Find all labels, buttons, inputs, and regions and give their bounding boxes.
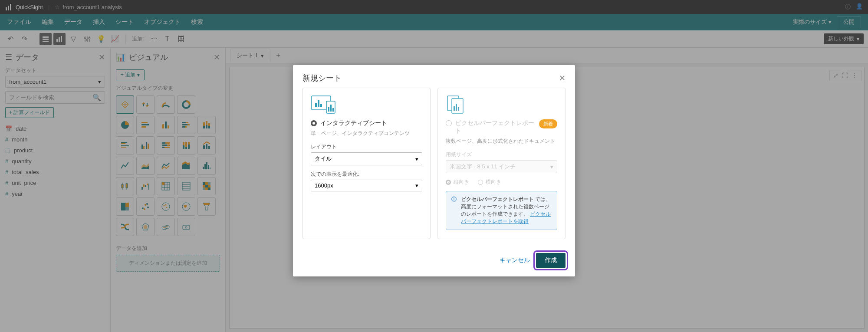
interactive-desc: 単一ページ、インタラクティブコンテンツ bbox=[311, 130, 422, 137]
interactive-sheet-card[interactable]: インタラクティブシート 単一ページ、インタラクティブコンテンツ レイアウト タイ… bbox=[302, 88, 431, 239]
cancel-button[interactable]: キャンセル bbox=[500, 256, 530, 264]
orientation-row: 縦向き 横向き bbox=[446, 178, 557, 186]
svg-rect-122 bbox=[454, 106, 455, 111]
svg-rect-121 bbox=[452, 99, 463, 113]
report-title: ピクセルパーフェクトレポート bbox=[455, 119, 536, 135]
report-icon bbox=[446, 95, 557, 117]
paper-size-label: 用紙サイズ bbox=[446, 151, 557, 158]
new-badge: 新着 bbox=[539, 119, 557, 128]
optimize-label: 次での表示を最適化: bbox=[311, 171, 422, 178]
info-box: ⓘ ピクセルパーフェクトレポート では、高度にフォーマットされた複数ページのレポ… bbox=[446, 191, 557, 230]
new-sheet-modal: 新規シート ✕ インタラクティブシート 単一ページ、インタラクティブコンテンツ … bbox=[293, 65, 575, 276]
svg-rect-115 bbox=[320, 104, 322, 107]
orientation-portrait: 縦向き bbox=[446, 178, 469, 186]
report-desc: 複数ページ、高度に形式化されたドキュメント bbox=[446, 138, 557, 145]
interactive-radio[interactable] bbox=[311, 120, 317, 126]
optimize-select[interactable]: 1600px▾ bbox=[311, 180, 422, 191]
svg-rect-123 bbox=[456, 104, 457, 111]
svg-rect-113 bbox=[315, 103, 317, 107]
interactive-sheet-icon bbox=[311, 95, 422, 117]
paper-size-select: 米国文字 - 8.5 x 11 インチ▾ bbox=[446, 160, 557, 173]
svg-rect-124 bbox=[458, 107, 459, 111]
pixel-perfect-report-card[interactable]: ピクセルパーフェクトレポート 新着 複数ページ、高度に形式化されたドキュメント … bbox=[437, 88, 566, 239]
layout-select[interactable]: タイル▾ bbox=[311, 152, 422, 165]
svg-rect-117 bbox=[328, 107, 329, 112]
report-radio[interactable] bbox=[446, 120, 452, 126]
modal-title: 新規シート bbox=[302, 73, 342, 83]
modal-close-button[interactable]: ✕ bbox=[559, 73, 566, 83]
svg-rect-119 bbox=[332, 108, 334, 112]
svg-rect-118 bbox=[330, 105, 332, 112]
interactive-title: インタラクティブシート bbox=[320, 119, 422, 127]
info-icon: ⓘ bbox=[451, 196, 457, 225]
svg-rect-114 bbox=[318, 100, 319, 107]
create-button[interactable]: 作成 bbox=[536, 253, 566, 268]
layout-label: レイアウト bbox=[311, 143, 422, 151]
orientation-landscape: 横向き bbox=[478, 178, 501, 186]
modal-overlay: 新規シート ✕ インタラクティブシート 単一ページ、インタラクティブコンテンツ … bbox=[0, 0, 868, 332]
